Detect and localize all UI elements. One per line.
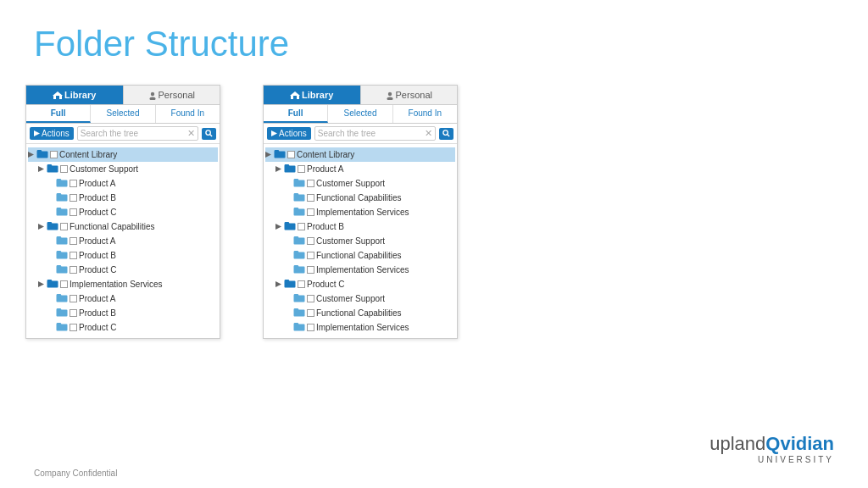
search-submit-button[interactable] (202, 128, 216, 140)
tree-row[interactable]: Customer Support (265, 234, 455, 248)
tree-item-checkbox[interactable] (60, 223, 68, 230)
actions-bar: ActionsSearch the tree✕ (26, 124, 220, 144)
folder-icon (56, 192, 68, 203)
tree-row[interactable]: Product A (28, 234, 218, 248)
tree-row[interactable]: Customer Support (265, 176, 455, 191)
tree-item-checkbox[interactable] (307, 266, 314, 274)
svg-marker-9 (38, 166, 44, 172)
svg-marker-5 (34, 130, 40, 136)
svg-point-3 (150, 92, 153, 96)
tab-bar: Library Personal (264, 86, 457, 105)
tree-row[interactable]: Content Library (265, 147, 455, 162)
folder-icon (56, 293, 68, 304)
tab-personal[interactable]: Personal (124, 86, 220, 104)
tree-row[interactable]: Product C (28, 263, 218, 277)
tree-row[interactable]: Product C (28, 320, 218, 335)
sub-tab-selected[interactable]: Selected (328, 105, 392, 123)
tree-item-checkbox[interactable] (70, 324, 77, 331)
folder-icon (56, 308, 68, 319)
tree-item-label: Implementation Services (316, 208, 409, 217)
search-input[interactable]: Search the tree (318, 129, 423, 138)
sub-tab-found in[interactable]: Found In (393, 105, 457, 123)
tree-item-checkbox[interactable] (50, 151, 58, 158)
tree-item-label: Implementation Services (316, 265, 409, 274)
tree-row[interactable]: Product B (265, 219, 455, 234)
tree-row[interactable]: Product C (265, 277, 455, 291)
search-submit-button[interactable] (439, 128, 453, 140)
library-icon (53, 90, 64, 100)
tree-item-checkbox[interactable] (70, 194, 77, 202)
tree-row[interactable]: Product B (28, 191, 218, 205)
tree-row[interactable]: Functional Capabilities (265, 248, 455, 263)
tree-row[interactable]: Product B (28, 248, 218, 263)
tree-item-checkbox[interactable] (298, 165, 305, 173)
actions-button[interactable]: Actions (30, 127, 74, 140)
tree-row[interactable]: Customer Support (28, 162, 218, 176)
sub-tab-selected[interactable]: Selected (91, 105, 155, 123)
tree-item-label: Product C (79, 208, 116, 217)
tree-item-checkbox[interactable] (307, 324, 314, 331)
tree-row[interactable]: Product A (28, 291, 218, 306)
tree-item-checkbox[interactable] (60, 165, 68, 173)
tree-item-label: Product C (79, 265, 116, 274)
tree-item-label: Functional Capabilities (316, 308, 402, 318)
tree-item-checkbox[interactable] (287, 151, 295, 158)
tree-row[interactable]: Implementation Services (265, 320, 455, 335)
svg-line-7 (210, 134, 212, 136)
folder-icon (293, 207, 305, 218)
tree-item-checkbox[interactable] (307, 295, 314, 302)
tree-item-checkbox[interactable] (70, 237, 77, 245)
tree-item-checkbox[interactable] (307, 194, 314, 202)
folder-icon (47, 164, 58, 175)
tree-item-checkbox[interactable] (298, 223, 305, 230)
tree-item-checkbox[interactable] (60, 280, 68, 288)
folder-icon (56, 178, 68, 189)
tree-row[interactable]: Functional Capabilities (265, 306, 455, 320)
tree-item-checkbox[interactable] (70, 252, 77, 259)
tree-item-checkbox[interactable] (70, 266, 77, 274)
panels-container: Library PersonalFullSelectedFound InActi… (25, 85, 458, 339)
tree-item-checkbox[interactable] (70, 180, 77, 187)
tree-row[interactable]: Product C (28, 205, 218, 219)
logo-upland: upland (709, 435, 765, 453)
tree-row[interactable]: Product B (28, 306, 218, 320)
tree-row[interactable]: Product A (265, 162, 455, 176)
tree-item-checkbox[interactable] (70, 208, 77, 216)
tree-item-checkbox[interactable] (307, 180, 314, 187)
search-input[interactable]: Search the tree (81, 129, 186, 138)
tree-item-checkbox[interactable] (307, 309, 314, 317)
tree-item-label: Product A (79, 179, 115, 188)
svg-point-4 (149, 97, 155, 101)
tree-item-checkbox[interactable] (307, 208, 314, 216)
expand-arrow-icon (38, 165, 45, 174)
tab-library[interactable]: Library (26, 86, 124, 104)
tree-row[interactable]: Functional Capabilities (28, 219, 218, 234)
tree-row[interactable]: Content Library (28, 147, 218, 162)
sub-tab-found in[interactable]: Found In (156, 105, 220, 123)
search-clear-button[interactable]: ✕ (425, 128, 432, 139)
tree-item-checkbox[interactable] (70, 295, 77, 302)
tree-row[interactable]: Product A (28, 176, 218, 191)
tree-row[interactable]: Implementation Services (265, 263, 455, 277)
tab-personal[interactable]: Personal (361, 86, 458, 104)
tree-row[interactable]: Implementation Services (265, 205, 455, 219)
tree-row[interactable]: Functional Capabilities (265, 191, 455, 205)
expand-arrow-icon (275, 165, 282, 174)
tree-item-checkbox[interactable] (307, 252, 314, 259)
folder-icon (293, 192, 305, 203)
tree-item-checkbox[interactable] (307, 237, 314, 245)
sub-tab-full[interactable]: Full (264, 105, 328, 123)
tree-item-checkbox[interactable] (70, 309, 77, 317)
tree-row[interactable]: Customer Support (265, 291, 455, 306)
tree-item-checkbox[interactable] (298, 280, 305, 288)
tab-library[interactable]: Library (264, 86, 361, 104)
library-icon (290, 90, 302, 100)
tree-item-label: Functional Capabilities (316, 251, 402, 260)
search-clear-button[interactable]: ✕ (187, 128, 195, 139)
actions-button[interactable]: Actions (267, 127, 311, 140)
tab-label-0: Library (302, 90, 333, 100)
folder-icon (36, 149, 48, 160)
tree-item-label: Functional Capabilities (70, 222, 155, 231)
tree-row[interactable]: Implementation Services (28, 277, 218, 291)
sub-tab-full[interactable]: Full (26, 105, 91, 123)
